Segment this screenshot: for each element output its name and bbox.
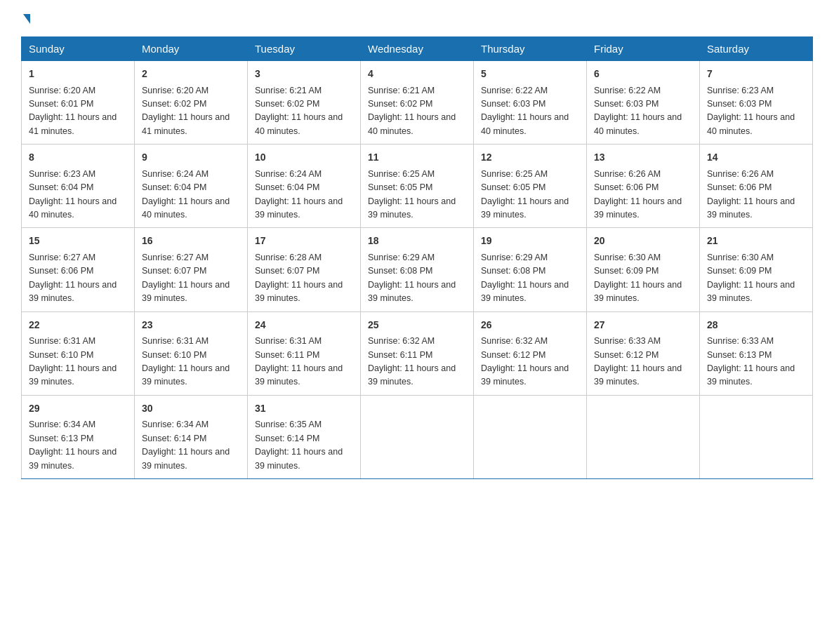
day-number: 20	[594, 234, 692, 249]
day-info: Sunrise: 6:34 AMSunset: 6:13 PMDaylight:…	[29, 420, 117, 470]
day-info: Sunrise: 6:22 AMSunset: 6:03 PMDaylight:…	[481, 86, 569, 136]
day-info: Sunrise: 6:24 AMSunset: 6:04 PMDaylight:…	[142, 169, 230, 220]
week-row-1: 1 Sunrise: 6:20 AMSunset: 6:01 PMDayligh…	[22, 61, 813, 145]
day-info: Sunrise: 6:20 AMSunset: 6:01 PMDaylight:…	[29, 86, 117, 136]
calendar-cell: 24 Sunrise: 6:31 AMSunset: 6:11 PMDaylig…	[248, 311, 361, 395]
day-info: Sunrise: 6:21 AMSunset: 6:02 PMDaylight:…	[368, 86, 456, 136]
day-info: Sunrise: 6:20 AMSunset: 6:02 PMDaylight:…	[142, 86, 230, 136]
calendar-cell: 3 Sunrise: 6:21 AMSunset: 6:02 PMDayligh…	[248, 61, 361, 145]
day-info: Sunrise: 6:35 AMSunset: 6:14 PMDaylight:…	[255, 420, 343, 470]
day-number: 2	[142, 67, 240, 82]
day-info: Sunrise: 6:31 AMSunset: 6:11 PMDaylight:…	[255, 336, 343, 387]
calendar-cell: 9 Sunrise: 6:24 AMSunset: 6:04 PMDayligh…	[135, 145, 248, 228]
day-info: Sunrise: 6:24 AMSunset: 6:04 PMDaylight:…	[255, 169, 343, 220]
day-number: 31	[255, 401, 353, 417]
calendar-cell: 20 Sunrise: 6:30 AMSunset: 6:09 PMDaylig…	[587, 228, 700, 311]
weekday-header-sunday: Sunday	[22, 37, 135, 61]
calendar-cell: 2 Sunrise: 6:20 AMSunset: 6:02 PMDayligh…	[135, 61, 248, 145]
day-number: 3	[255, 67, 353, 82]
calendar-cell: 22 Sunrise: 6:31 AMSunset: 6:10 PMDaylig…	[22, 311, 135, 395]
day-info: Sunrise: 6:26 AMSunset: 6:06 PMDaylight:…	[594, 169, 682, 220]
day-info: Sunrise: 6:31 AMSunset: 6:10 PMDaylight:…	[29, 336, 117, 387]
calendar-cell	[587, 395, 700, 478]
calendar-cell: 13 Sunrise: 6:26 AMSunset: 6:06 PMDaylig…	[587, 145, 700, 228]
calendar-cell: 1 Sunrise: 6:20 AMSunset: 6:01 PMDayligh…	[22, 61, 135, 145]
calendar-cell: 7 Sunrise: 6:23 AMSunset: 6:03 PMDayligh…	[700, 61, 813, 145]
calendar-cell: 28 Sunrise: 6:33 AMSunset: 6:13 PMDaylig…	[700, 311, 813, 395]
calendar-cell: 25 Sunrise: 6:32 AMSunset: 6:11 PMDaylig…	[361, 311, 474, 395]
day-info: Sunrise: 6:29 AMSunset: 6:08 PMDaylight:…	[368, 253, 456, 303]
day-info: Sunrise: 6:31 AMSunset: 6:10 PMDaylight:…	[142, 336, 230, 387]
day-info: Sunrise: 6:29 AMSunset: 6:08 PMDaylight:…	[481, 253, 569, 303]
day-info: Sunrise: 6:22 AMSunset: 6:03 PMDaylight:…	[594, 86, 682, 136]
day-number: 5	[481, 67, 579, 82]
day-number: 7	[707, 67, 805, 82]
day-number: 17	[255, 234, 353, 249]
logo	[21, 14, 30, 24]
day-info: Sunrise: 6:23 AMSunset: 6:04 PMDaylight:…	[29, 169, 117, 220]
day-number: 10	[255, 150, 353, 166]
day-number: 11	[368, 150, 466, 166]
calendar-cell	[700, 395, 813, 478]
day-info: Sunrise: 6:32 AMSunset: 6:11 PMDaylight:…	[368, 336, 456, 387]
day-number: 15	[29, 234, 127, 249]
calendar-cell: 31 Sunrise: 6:35 AMSunset: 6:14 PMDaylig…	[248, 395, 361, 478]
day-number: 22	[29, 318, 127, 333]
calendar-cell: 19 Sunrise: 6:29 AMSunset: 6:08 PMDaylig…	[474, 228, 587, 311]
weekday-header-tuesday: Tuesday	[248, 37, 361, 61]
day-info: Sunrise: 6:23 AMSunset: 6:03 PMDaylight:…	[707, 86, 795, 136]
day-info: Sunrise: 6:25 AMSunset: 6:05 PMDaylight:…	[368, 169, 456, 220]
day-number: 19	[481, 234, 579, 249]
weekday-header-saturday: Saturday	[700, 37, 813, 61]
weekday-header-friday: Friday	[587, 37, 700, 61]
day-number: 16	[142, 234, 240, 249]
day-info: Sunrise: 6:30 AMSunset: 6:09 PMDaylight:…	[594, 253, 682, 303]
weekday-header-thursday: Thursday	[474, 37, 587, 61]
calendar-cell: 4 Sunrise: 6:21 AMSunset: 6:02 PMDayligh…	[361, 61, 474, 145]
calendar-cell: 8 Sunrise: 6:23 AMSunset: 6:04 PMDayligh…	[22, 145, 135, 228]
day-info: Sunrise: 6:33 AMSunset: 6:12 PMDaylight:…	[594, 336, 682, 387]
day-number: 8	[29, 150, 127, 166]
calendar-cell: 6 Sunrise: 6:22 AMSunset: 6:03 PMDayligh…	[587, 61, 700, 145]
day-info: Sunrise: 6:27 AMSunset: 6:06 PMDaylight:…	[29, 253, 117, 303]
day-number: 21	[707, 234, 805, 249]
week-row-5: 29 Sunrise: 6:34 AMSunset: 6:13 PMDaylig…	[22, 395, 813, 478]
day-number: 25	[368, 318, 466, 333]
calendar-cell: 15 Sunrise: 6:27 AMSunset: 6:06 PMDaylig…	[22, 228, 135, 311]
day-number: 27	[594, 318, 692, 333]
page-header	[21, 14, 813, 24]
day-number: 23	[142, 318, 240, 333]
calendar-cell: 26 Sunrise: 6:32 AMSunset: 6:12 PMDaylig…	[474, 311, 587, 395]
day-info: Sunrise: 6:26 AMSunset: 6:06 PMDaylight:…	[707, 169, 795, 220]
day-number: 9	[142, 150, 240, 166]
day-info: Sunrise: 6:27 AMSunset: 6:07 PMDaylight:…	[142, 253, 230, 303]
calendar-cell	[361, 395, 474, 478]
calendar-cell: 14 Sunrise: 6:26 AMSunset: 6:06 PMDaylig…	[700, 145, 813, 228]
day-info: Sunrise: 6:34 AMSunset: 6:14 PMDaylight:…	[142, 420, 230, 470]
day-info: Sunrise: 6:32 AMSunset: 6:12 PMDaylight:…	[481, 336, 569, 387]
day-number: 29	[29, 401, 127, 417]
day-info: Sunrise: 6:33 AMSunset: 6:13 PMDaylight:…	[707, 336, 795, 387]
calendar-cell: 16 Sunrise: 6:27 AMSunset: 6:07 PMDaylig…	[135, 228, 248, 311]
day-number: 18	[368, 234, 466, 249]
day-number: 4	[368, 67, 466, 82]
day-number: 24	[255, 318, 353, 333]
logo-triangle-icon	[23, 14, 30, 24]
weekday-header-row: SundayMondayTuesdayWednesdayThursdayFrid…	[22, 37, 813, 61]
day-info: Sunrise: 6:25 AMSunset: 6:05 PMDaylight:…	[481, 169, 569, 220]
calendar-cell: 18 Sunrise: 6:29 AMSunset: 6:08 PMDaylig…	[361, 228, 474, 311]
weekday-header-wednesday: Wednesday	[361, 37, 474, 61]
day-number: 28	[707, 318, 805, 333]
weekday-header-monday: Monday	[135, 37, 248, 61]
day-number: 1	[29, 67, 127, 82]
calendar-cell: 12 Sunrise: 6:25 AMSunset: 6:05 PMDaylig…	[474, 145, 587, 228]
calendar-cell: 23 Sunrise: 6:31 AMSunset: 6:10 PMDaylig…	[135, 311, 248, 395]
day-number: 13	[594, 150, 692, 166]
calendar-cell: 10 Sunrise: 6:24 AMSunset: 6:04 PMDaylig…	[248, 145, 361, 228]
day-info: Sunrise: 6:30 AMSunset: 6:09 PMDaylight:…	[707, 253, 795, 303]
day-info: Sunrise: 6:28 AMSunset: 6:07 PMDaylight:…	[255, 253, 343, 303]
day-number: 30	[142, 401, 240, 417]
calendar-cell: 11 Sunrise: 6:25 AMSunset: 6:05 PMDaylig…	[361, 145, 474, 228]
week-row-3: 15 Sunrise: 6:27 AMSunset: 6:06 PMDaylig…	[22, 228, 813, 311]
day-number: 12	[481, 150, 579, 166]
